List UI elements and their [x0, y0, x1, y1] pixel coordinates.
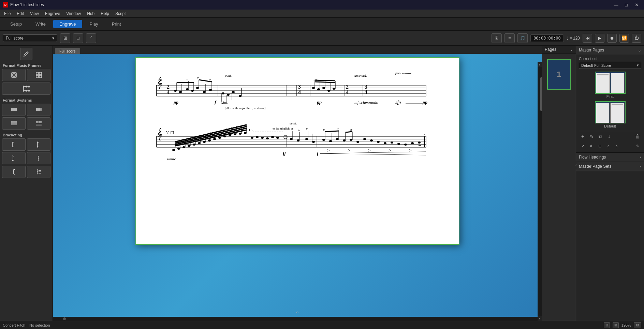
score-selector[interactable]: Full score ▾ [3, 34, 57, 42]
time-display: 00:00:00:00 [530, 34, 564, 42]
mixer-btn[interactable]: 🎛 [492, 33, 502, 43]
svg-text:15: 15 [249, 128, 253, 132]
svg-text:4: 4 [167, 89, 170, 95]
mp-hash-btn[interactable]: # [587, 142, 595, 150]
tool-system-2[interactable] [27, 104, 50, 116]
layout-btn-1[interactable]: ⊞ [60, 33, 70, 43]
tool-resize-frame[interactable] [2, 83, 50, 95]
delete-master-page-btn[interactable]: 🗑 [634, 133, 641, 140]
menu-edit[interactable]: Edit [14, 11, 27, 17]
svg-point-99 [232, 91, 235, 93]
tool-system-3[interactable] [2, 117, 26, 130]
scroll-down[interactable]: ▼ [538, 316, 542, 321]
audio-btn[interactable]: 🎵 [517, 33, 528, 43]
menu-script[interactable]: Script [113, 11, 129, 17]
svg-text:tr: tr [306, 127, 308, 130]
tool-bracket-1[interactable] [2, 138, 26, 151]
svg-rect-127 [171, 131, 174, 134]
svg-point-184 [322, 139, 325, 141]
play-btn[interactable]: ▶ [595, 34, 604, 43]
edit-master-page-btn[interactable]: ✎ [588, 133, 595, 140]
svg-point-197 [411, 142, 414, 144]
master-pages-header[interactable]: Master Pages ⌄ [576, 46, 644, 55]
add-master-page-btn[interactable]: + [579, 133, 586, 140]
fit-page-btn[interactable]: ⊡ [634, 322, 641, 328]
svg-point-174 [305, 138, 308, 140]
pencil-tool[interactable] [20, 48, 32, 60]
tab-setup[interactable]: Setup [4, 20, 28, 28]
flow-headings-chevron: ‹ [640, 155, 641, 160]
tool-brace-lines[interactable] [27, 166, 50, 178]
collapse-btn[interactable]: ⌃ [86, 33, 96, 43]
tool-system-4[interactable] [27, 117, 50, 130]
svg-line-208 [346, 132, 352, 132]
zoom-in-btn[interactable]: ⊞ [613, 322, 619, 328]
score-tab-full[interactable]: Full score [55, 48, 80, 54]
pages-collapse[interactable]: ⌄ [570, 47, 573, 52]
copy-master-page-btn[interactable]: ⧉ [597, 133, 604, 140]
toolbar: Full score ▾ ⊞ □ ⌃ 🎛 ≡ 🎵 00:00:00:00 ♩ =… [0, 31, 644, 46]
mp-next-btn[interactable]: › [613, 142, 620, 150]
svg-point-106 [327, 90, 330, 92]
first-master-page-thumb[interactable] [595, 72, 626, 94]
rewind-btn[interactable]: ⏮ [583, 34, 592, 43]
horizontal-scrollbar[interactable] [53, 317, 538, 321]
mp-edit-last-btn[interactable]: ✎ [634, 142, 641, 150]
minimize-button[interactable]: — [611, 1, 621, 8]
right-edge-collapse[interactable]: ‹ [576, 161, 577, 169]
svg-point-188 [350, 139, 352, 141]
tool-sub-bracket[interactable] [27, 152, 50, 164]
tab-print[interactable]: Print [106, 20, 127, 28]
scroll-up[interactable]: ▲ [538, 62, 542, 67]
tab-play[interactable]: Play [84, 20, 104, 28]
tool-system-1[interactable] [2, 104, 26, 116]
svg-text:ff: ff [283, 151, 286, 156]
svg-text:>: > [409, 148, 412, 153]
pages-label: Pages [545, 47, 556, 52]
flow-headings-header[interactable]: Flow Headings ‹ [576, 153, 644, 162]
scroll-center-btn[interactable]: ⌃ [295, 311, 299, 316]
default-master-page-thumb[interactable] [595, 101, 626, 123]
scroll-thumb[interactable] [540, 77, 542, 111]
svg-point-191 [370, 139, 373, 141]
tool-bracket-3[interactable] [2, 152, 26, 164]
tool-brace[interactable] [2, 166, 26, 178]
svg-point-129 [177, 148, 180, 150]
format-systems-tools [2, 104, 50, 130]
zoom-out-btn[interactable]: ⊟ [604, 322, 610, 328]
svg-point-105 [322, 87, 325, 89]
mp-grid-btn[interactable]: ⊞ [596, 142, 603, 150]
mp-new-btn[interactable]: ↗ [579, 142, 586, 150]
record-btn[interactable]: ⏺ [607, 34, 617, 43]
menu-window[interactable]: Window [64, 11, 84, 17]
menu-file[interactable]: File [1, 11, 13, 17]
mp-prev-btn[interactable]: ‹ [604, 142, 612, 150]
menu-hub[interactable]: Hub [84, 11, 97, 17]
master-page-sets-header[interactable]: Master Page Sets ‹ [576, 162, 644, 171]
svg-text:sim.: sim. [221, 100, 228, 105]
vertical-scrollbar[interactable]: ▲ ▼ [538, 62, 542, 321]
power-btn[interactable]: ⏻ [632, 34, 641, 43]
tool-select-frame[interactable] [2, 69, 26, 81]
export-master-page-btn[interactable]: ↓ [605, 133, 613, 140]
pages-panel-header[interactable]: Pages ⌄ [542, 46, 576, 54]
svg-point-88 [209, 89, 212, 91]
loop-btn[interactable]: 🔁 [619, 34, 629, 43]
status-bar: Concert Pitch No selection ⊟ ⊞ 195% ⊡ [0, 321, 644, 329]
svg-text:[all tr with major third, as a: [all tr with major third, as above] [225, 106, 265, 110]
menu-help[interactable]: Help [98, 11, 112, 17]
menu-view[interactable]: View [27, 11, 42, 17]
close-button[interactable]: ✕ [632, 1, 641, 8]
maximize-button[interactable]: □ [621, 1, 631, 8]
tool-bracket-2[interactable] [27, 138, 50, 151]
menu-engrave[interactable]: Engrave [42, 11, 63, 17]
app-icon: D [3, 2, 8, 8]
eq-btn[interactable]: ≡ [504, 33, 515, 43]
layout-btn-2[interactable]: □ [73, 33, 83, 43]
tab-write[interactable]: Write [29, 20, 52, 28]
svg-text:f: f [317, 151, 319, 156]
tool-move-frame[interactable] [27, 69, 50, 81]
current-set-selector[interactable]: Default Full Score ▾ [579, 62, 641, 69]
tab-engrave[interactable]: Engrave [53, 20, 82, 28]
page-1-thumb[interactable]: 1 [547, 59, 571, 90]
